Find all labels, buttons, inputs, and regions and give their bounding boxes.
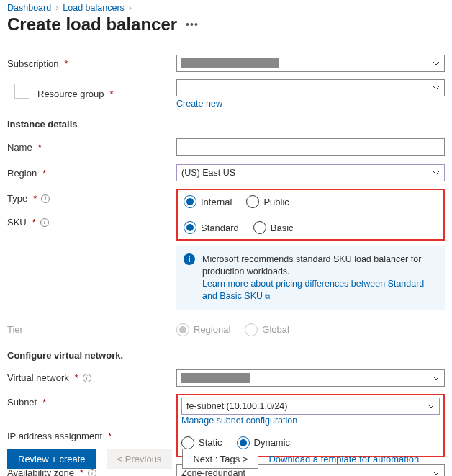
vnet-label: Virtual network [7,372,69,383]
subscription-select[interactable] [176,55,445,72]
tier-label: Tier [7,324,23,335]
breadcrumb: Dashboard › Load balancers › [7,3,445,13]
sku-info-text: Microsoft recommends standard SKU load b… [202,254,421,277]
subnet-label: Subnet [7,397,37,408]
subscription-value [181,58,279,68]
info-icon[interactable]: i [88,469,96,477]
chevron-down-icon [433,60,440,67]
sku-pricing-link[interactable]: Learn more about pricing differences bet… [202,279,424,301]
sku-info-box: i Microsoft recommends standard SKU load… [176,246,445,310]
subnet-value: fe-subnet (10.100.1.0/24) [186,401,287,411]
sku-label: SKU [7,217,27,228]
az-value: Zone-redundant [181,468,245,477]
tier-global-label: Global [262,324,289,335]
external-link-icon: ⧉ [265,292,270,300]
download-template-link[interactable]: Download a template for automation [268,454,419,464]
chevron-down-icon [433,374,440,382]
sku-basic-label: Basic [271,223,294,233]
sku-standard-radio[interactable]: Standard [184,221,239,234]
info-icon[interactable]: i [40,218,49,227]
region-label: Region [7,168,37,179]
info-icon: i [184,253,195,265]
more-actions-icon[interactable]: ••• [186,19,199,30]
manage-subnet-link[interactable]: Manage subnet configuration [181,416,297,426]
create-new-rg-link[interactable]: Create new [176,99,445,109]
next-tags-button[interactable]: Next : Tags > [182,449,258,469]
sku-standard-label: Standard [201,223,239,233]
region-select[interactable]: (US) East US [176,164,445,181]
tree-connector-icon [14,84,29,99]
instance-details-heading: Instance details [7,119,445,130]
type-internal-label: Internal [201,197,232,207]
type-internal-radio[interactable]: Internal [184,195,232,208]
type-public-label: Public [263,197,289,207]
subscription-label: Subscription [7,58,59,69]
region-value: (US) East US [181,168,235,178]
info-icon[interactable]: i [83,374,91,382]
wizard-footer: Review + create < Previous Next : Tags >… [7,441,445,469]
info-icon[interactable]: i [41,194,50,203]
name-input[interactable] [176,138,445,156]
type-public-radio[interactable]: Public [246,195,289,208]
name-label: Name [7,142,32,153]
resource-group-label: Resource group [37,89,104,99]
chevron-down-icon [433,169,440,176]
breadcrumb-dashboard[interactable]: Dashboard [7,3,51,13]
page-title: Create load balancer [7,14,177,35]
subnet-select[interactable]: fe-subnet (10.100.1.0/24) [181,398,440,415]
type-label: Type [7,193,27,204]
chevron-right-icon: › [55,3,58,13]
tier-global-radio: Global [245,323,289,336]
resource-group-select[interactable] [176,79,445,96]
breadcrumb-load-balancers[interactable]: Load balancers [63,3,124,13]
vnet-value [181,373,250,383]
chevron-down-icon [428,403,435,410]
ip-assignment-label: IP address assignment [7,431,102,441]
previous-button: < Previous [107,449,173,469]
type-sku-highlight: Internal Public Standard Basic [176,189,445,241]
sku-basic-radio[interactable]: Basic [253,221,294,234]
chevron-right-icon: › [129,3,132,13]
chevron-down-icon [433,84,440,91]
configure-vnet-heading: Configure virtual network. [7,350,445,361]
chevron-down-icon [433,470,440,477]
review-create-button[interactable]: Review + create [7,449,96,469]
tier-regional-radio: Regional [176,323,230,336]
tier-regional-label: Regional [194,324,230,335]
vnet-select[interactable] [176,369,445,387]
